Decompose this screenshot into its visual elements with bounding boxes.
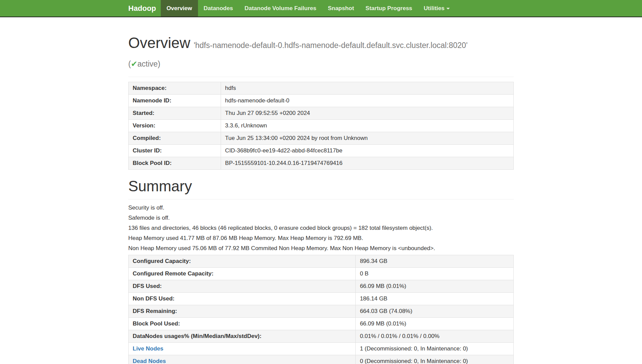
row-value: 896.34 GB [356, 255, 514, 268]
row-label: Live Nodes [129, 343, 356, 355]
live-nodes-link[interactable]: Live Nodes [133, 345, 163, 352]
row-label: DFS Used: [129, 280, 356, 293]
summary-table-body: Configured Capacity:896.34 GBConfigured … [129, 255, 514, 364]
row-value: 186.14 GB [356, 293, 514, 305]
table-row-block-pool-id: Block Pool ID:BP-1515559101-10.244.0.16-… [129, 157, 514, 170]
title-divider [128, 77, 514, 77]
row-value: Tue Jun 25 13:34:00 +0200 2024 by root f… [221, 132, 514, 145]
row-value: hdfs [221, 82, 514, 95]
table-row-live-nodes: Live Nodes1 (Decommissioned: 0, In Maint… [129, 343, 514, 355]
overview-table: Namespace:hdfsNamenode ID:hdfs-namenode-… [128, 82, 514, 170]
top-navbar: Hadoop OverviewDatanodesDatanode Volume … [0, 0, 642, 17]
main-content: Overview'hdfs-namenode-default-0.hdfs-na… [128, 35, 514, 364]
row-label: Namespace: [129, 82, 221, 95]
security-status-line: Security is off. [128, 204, 514, 212]
row-label: Dead Nodes [129, 355, 356, 364]
table-row-namespace: Namespace:hdfs [129, 82, 514, 95]
table-row-configured-remote-capacity: Configured Remote Capacity:0 B [129, 268, 514, 280]
nav-item-utilities: Utilities [418, 0, 456, 17]
row-value: 664.03 GB (74.08%) [356, 305, 514, 318]
row-label: Version: [129, 120, 221, 132]
nav-item-snapshot: Snapshot [322, 0, 360, 17]
page-title-text: Overview [128, 34, 190, 51]
status-label: active [137, 59, 158, 68]
row-label: Namenode ID: [129, 95, 221, 107]
row-value: BP-1515559101-10.244.0.16-1719474769416 [221, 157, 514, 170]
row-label: Started: [129, 107, 221, 120]
row-value: 1 (Decommissioned: 0, In Maintenance: 0) [356, 343, 514, 355]
table-row-datanodes-usages-min-median-max-stddev: DataNodes usages% (Min/Median/Max/stdDev… [129, 330, 514, 343]
nav-link-snapshot[interactable]: Snapshot [322, 0, 360, 17]
table-row-version: Version:3.3.6, rUnknown [129, 120, 514, 132]
check-icon: ✔ [131, 59, 137, 68]
summary-divider [128, 199, 514, 199]
table-row-block-pool-used: Block Pool Used:66.09 MB (0.01%) [129, 318, 514, 330]
caret-down-icon [446, 8, 450, 9]
nav-item-datanodes: Datanodes [198, 0, 239, 17]
row-label: Configured Capacity: [129, 255, 356, 268]
navbar-menu: OverviewDatanodesDatanode Volume Failure… [161, 0, 456, 17]
summary-table: Configured Capacity:896.34 GBConfigured … [128, 255, 514, 364]
table-row-dfs-remaining: DFS Remaining:664.03 GB (74.08%) [129, 305, 514, 318]
row-label: Configured Remote Capacity: [129, 268, 356, 280]
dead-nodes-link[interactable]: Dead Nodes [133, 358, 166, 364]
table-row-namenode-id: Namenode ID:hdfs-namenode-default-0 [129, 95, 514, 107]
nav-link-datanodes[interactable]: Datanodes [198, 0, 239, 17]
row-value: 0 (Decommissioned: 0, In Maintenance: 0) [356, 355, 514, 364]
row-label: Block Pool Used: [129, 318, 356, 330]
status-close-paren: ) [158, 59, 160, 68]
nav-item-overview: Overview [161, 0, 198, 17]
row-label: DataNodes usages% (Min/Median/Max/stdDev… [129, 330, 356, 343]
summary-heading: Summary [128, 178, 514, 194]
overview-table-body: Namespace:hdfsNamenode ID:hdfs-namenode-… [129, 82, 514, 170]
row-value: 0 B [356, 268, 514, 280]
namenode-address: 'hdfs-namenode-default-0.hdfs-namenode-d… [194, 41, 467, 50]
page-title: Overview'hdfs-namenode-default-0.hdfs-na… [128, 35, 514, 72]
nav-link-overview[interactable]: Overview [161, 0, 198, 17]
row-label: Non DFS Used: [129, 293, 356, 305]
table-row-cluster-id: Cluster ID:CID-368b9fc0-ee19-4d22-abbd-8… [129, 145, 514, 157]
filesystem-objects-line: 136 files and directories, 46 blocks (46… [128, 224, 514, 232]
heap-memory-line: Heap Memory used 41.77 MB of 87.06 MB He… [128, 235, 514, 242]
table-row-started: Started:Thu Jun 27 09:52:55 +0200 2024 [129, 107, 514, 120]
row-value: Thu Jun 27 09:52:55 +0200 2024 [221, 107, 514, 120]
row-label: Block Pool ID: [129, 157, 221, 170]
row-value: 3.3.6, rUnknown [221, 120, 514, 132]
table-row-compiled: Compiled:Tue Jun 25 13:34:00 +0200 2024 … [129, 132, 514, 145]
table-row-dead-nodes: Dead Nodes0 (Decommissioned: 0, In Maint… [129, 355, 514, 364]
nav-link-datanode-volume-failures[interactable]: Datanode Volume Failures [239, 0, 322, 17]
nav-item-startup-progress: Startup Progress [360, 0, 418, 17]
status-open-paren: ( [128, 59, 131, 68]
ha-status: (✔active) [128, 59, 160, 68]
hadoop-brand[interactable]: Hadoop [128, 0, 156, 17]
row-value: 66.09 MB (0.01%) [356, 318, 514, 330]
table-row-dfs-used: DFS Used:66.09 MB (0.01%) [129, 280, 514, 293]
row-label: Cluster ID: [129, 145, 221, 157]
row-value: 66.09 MB (0.01%) [356, 280, 514, 293]
row-value: hdfs-namenode-default-0 [221, 95, 514, 107]
row-label: DFS Remaining: [129, 305, 356, 318]
safemode-status-line: Safemode is off. [128, 214, 514, 222]
table-row-non-dfs-used: Non DFS Used:186.14 GB [129, 293, 514, 305]
table-row-configured-capacity: Configured Capacity:896.34 GB [129, 255, 514, 268]
nav-item-datanode-volume-failures: Datanode Volume Failures [239, 0, 322, 17]
nav-link-startup-progress[interactable]: Startup Progress [360, 0, 418, 17]
row-value: 0.01% / 0.01% / 0.01% / 0.00% [356, 330, 514, 343]
non-heap-memory-line: Non Heap Memory used 75.06 MB of 77.92 M… [128, 245, 514, 252]
nav-link-utilities[interactable]: Utilities [418, 0, 456, 17]
row-value: CID-368b9fc0-ee19-4d22-abbd-84fcec8117be [221, 145, 514, 157]
row-label: Compiled: [129, 132, 221, 145]
